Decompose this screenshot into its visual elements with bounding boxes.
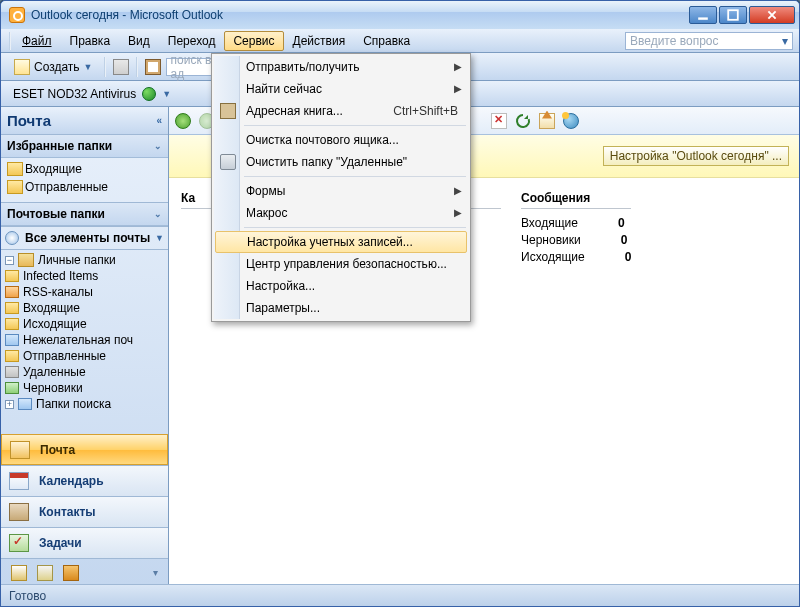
minimize-button[interactable] — [689, 6, 717, 24]
msg-inbox-row[interactable]: Входящие0 — [521, 215, 631, 232]
tree-sent[interactable]: Отправленные — [3, 348, 166, 364]
tree-outbox[interactable]: Исходящие — [3, 316, 166, 332]
tools-dropdown: Отправить/получить ▶ Найти сейчас ▶ Адре… — [211, 53, 471, 322]
menubar-grip[interactable] — [9, 32, 11, 50]
expand-toggle[interactable]: + — [5, 400, 14, 409]
menu-go[interactable]: Переход — [159, 31, 225, 51]
notes-icon[interactable] — [11, 565, 27, 581]
rss-icon — [5, 286, 19, 298]
junk-icon — [5, 334, 19, 346]
navbtn-calendar[interactable]: Календарь — [1, 465, 168, 496]
fav-inbox[interactable]: Входящие — [3, 160, 166, 178]
navbtn-contacts[interactable]: Контакты — [1, 496, 168, 527]
folder-tree: − Личные папки Infected Items RSS-каналы… — [1, 250, 168, 414]
window-controls — [689, 6, 795, 24]
messages-column: Сообщения Входящие0 Черновики0 Исходящие… — [521, 188, 631, 266]
tree-inbox[interactable]: Входящие — [3, 300, 166, 316]
navigation-pane: Почта « Избранные папки ⌄ Входящие Отпра… — [1, 107, 169, 586]
search-web-icon[interactable] — [563, 113, 579, 129]
menu-account-settings[interactable]: Настройка учетных записей... — [215, 231, 467, 253]
fav-sent[interactable]: Отправленные — [3, 178, 166, 196]
maximize-button[interactable] — [719, 6, 747, 24]
menu-options[interactable]: Параметры... — [214, 297, 468, 319]
menu-tools[interactable]: Сервис — [224, 31, 283, 51]
menu-help[interactable]: Справка — [354, 31, 419, 51]
back-icon[interactable] — [175, 113, 191, 129]
trash-icon — [5, 366, 19, 378]
drafts-icon — [5, 382, 19, 394]
tree-infected[interactable]: Infected Items — [3, 268, 166, 284]
status-text: Готово — [9, 589, 46, 603]
eset-label: ESET NOD32 Antivirus — [13, 87, 136, 101]
new-item-icon — [14, 59, 30, 75]
mail-icon — [10, 441, 30, 459]
contacts-icon — [9, 503, 29, 521]
tasks-icon — [9, 534, 29, 552]
svg-rect-1 — [728, 10, 738, 20]
calendar-icon — [9, 472, 29, 490]
dropdown-icon[interactable]: ▼ — [155, 233, 164, 243]
menu-address-book[interactable]: Адресная книга... Ctrl+Shift+B — [214, 100, 468, 122]
all-mail-items[interactable]: Все элементы почты ▼ — [1, 226, 168, 250]
dropdown-icon[interactable]: ▼ — [162, 89, 171, 99]
printer-icon — [113, 59, 129, 75]
address-book-button[interactable] — [142, 56, 164, 78]
navbtn-mail[interactable]: Почта — [1, 434, 168, 465]
menu-actions[interactable]: Действия — [284, 31, 355, 51]
address-book-icon — [145, 59, 161, 75]
configure-buttons-icon[interactable]: ▾ — [153, 567, 158, 578]
menu-view[interactable]: Вид — [119, 31, 159, 51]
navbtn-tasks[interactable]: Задачи — [1, 527, 168, 558]
svg-rect-0 — [698, 17, 708, 19]
customize-outlook-today-button[interactable]: Настройка "Outlook сегодня" ... — [603, 146, 789, 166]
folder-icon — [5, 350, 19, 362]
menu-empty-deleted[interactable]: Очистить папку "Удаленные" — [214, 151, 468, 173]
folder-icon — [7, 180, 23, 194]
home-icon[interactable] — [539, 113, 555, 129]
tree-rss[interactable]: RSS-каналы — [3, 284, 166, 300]
menu-find-now[interactable]: Найти сейчас ▶ — [214, 78, 468, 100]
menu-macros[interactable]: Макрос ▶ — [214, 202, 468, 224]
msg-outbox-row[interactable]: Исходящие0 — [521, 249, 631, 266]
menu-file[interactable]: Файл — [13, 31, 61, 51]
collapse-icon[interactable]: « — [156, 115, 162, 126]
submenu-arrow-icon: ▶ — [454, 207, 462, 218]
eset-icon[interactable] — [142, 87, 156, 101]
shortcuts-icon[interactable] — [63, 565, 79, 581]
close-button[interactable] — [749, 6, 795, 24]
folder-icon — [7, 162, 23, 176]
menu-trust-center[interactable]: Центр управления безопасностью... — [214, 253, 468, 275]
tree-junk[interactable]: Нежелательная поч — [3, 332, 166, 348]
refresh-icon[interactable] — [515, 113, 531, 129]
personal-folders-icon — [18, 253, 34, 267]
dropdown-icon: ▾ — [782, 34, 788, 48]
mailfolders-header[interactable]: Почтовые папки ⌄ — [1, 203, 168, 226]
menu-forms[interactable]: Формы ▶ — [214, 180, 468, 202]
shortcut-text: Ctrl+Shift+B — [393, 104, 458, 118]
menu-mailbox-cleanup[interactable]: Очистка почтового ящика... — [214, 129, 468, 151]
menu-bar: Файл Правка Вид Переход Сервис Действия … — [1, 29, 799, 53]
create-label: Создать — [34, 60, 80, 74]
tree-search-folders[interactable]: + Папки поиска — [3, 396, 166, 412]
collapse-toggle[interactable]: − — [5, 256, 14, 265]
help-question-box[interactable]: Введите вопрос ▾ — [625, 32, 793, 50]
nav-module-buttons: Почта Календарь Контакты Задачи ▾ — [1, 434, 168, 586]
nav-mail-header[interactable]: Почта « — [1, 107, 168, 135]
all-items-icon — [5, 231, 19, 245]
chevron-icon: ⌄ — [154, 141, 162, 151]
title-bar[interactable]: Outlook сегодня - Microsoft Outlook — [1, 1, 799, 29]
toolbar-separator — [104, 57, 106, 77]
msg-drafts-row[interactable]: Черновики0 — [521, 232, 631, 249]
tree-drafts[interactable]: Черновики — [3, 380, 166, 396]
tree-deleted[interactable]: Удаленные — [3, 364, 166, 380]
tree-personal-folders[interactable]: − Личные папки — [3, 252, 166, 268]
print-button[interactable] — [110, 56, 132, 78]
favorites-header[interactable]: Избранные папки ⌄ — [1, 135, 168, 158]
menu-edit[interactable]: Правка — [61, 31, 120, 51]
address-book-icon — [220, 103, 236, 119]
menu-send-receive[interactable]: Отправить/получить ▶ — [214, 56, 468, 78]
create-button[interactable]: Создать ▼ — [7, 56, 100, 78]
stop-icon[interactable] — [491, 113, 507, 129]
folder-list-icon[interactable] — [37, 565, 53, 581]
menu-customize[interactable]: Настройка... — [214, 275, 468, 297]
